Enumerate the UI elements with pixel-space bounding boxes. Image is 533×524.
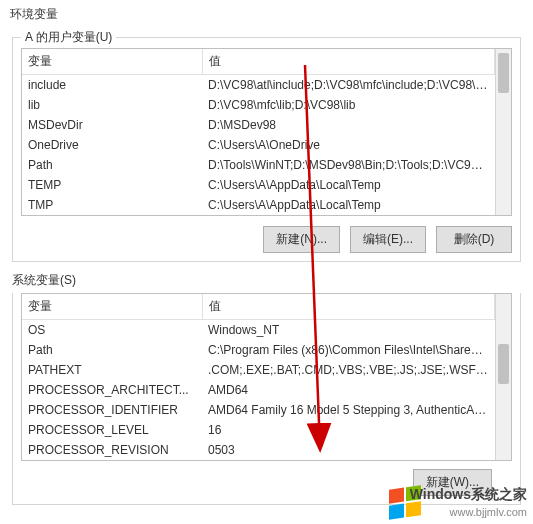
table-row[interactable]: libD:\VC98\mfc\lib;D:\VC98\lib: [22, 95, 495, 115]
scrollbar-thumb[interactable]: [498, 53, 509, 93]
col-header-name[interactable]: 变量: [22, 49, 202, 75]
user-vars-table-container: 变量 值 includeD:\VC98\atl\include;D:\VC98\…: [21, 48, 512, 216]
svg-rect-4: [389, 504, 404, 520]
table-row[interactable]: OneDriveC:\Users\A\OneDrive: [22, 135, 495, 155]
svg-rect-2: [389, 488, 404, 504]
watermark-brand: Windows系统之家: [410, 486, 527, 504]
watermark-url: www.bjjmlv.com: [450, 506, 527, 518]
scrollbar-thumb[interactable]: [498, 344, 509, 384]
table-row[interactable]: MSDevDirD:\MSDev98: [22, 115, 495, 135]
table-row[interactable]: PROCESSOR_IDENTIFIERAMD64 Family 16 Mode…: [22, 400, 495, 420]
delete-user-var-button[interactable]: 删除(D): [436, 226, 512, 253]
user-vars-scrollbar[interactable]: [495, 49, 511, 215]
table-row[interactable]: OSWindows_NT: [22, 320, 495, 341]
user-vars-button-row: 新建(N)... 编辑(E)... 删除(D): [21, 226, 512, 253]
table-row[interactable]: TEMPC:\Users\A\AppData\Local\Temp: [22, 175, 495, 195]
system-vars-scrollbar[interactable]: [495, 294, 511, 460]
system-vars-table-container: 变量 值 OSWindows_NT PathC:\Program Files (…: [21, 293, 512, 461]
edit-user-var-button[interactable]: 编辑(E)...: [350, 226, 426, 253]
dialog-title: 环境变量: [0, 0, 533, 29]
table-row[interactable]: PROCESSOR_LEVEL16: [22, 420, 495, 440]
table-row[interactable]: PathD:\Tools\WinNT;D:\MSDev98\Bin;D:\Too…: [22, 155, 495, 175]
table-row[interactable]: PathC:\Program Files (x86)\Common Files\…: [22, 340, 495, 360]
user-vars-group-label: A 的用户变量(U): [21, 29, 116, 46]
col-header-value[interactable]: 值: [202, 294, 495, 320]
user-vars-table[interactable]: 变量 值 includeD:\VC98\atl\include;D:\VC98\…: [22, 49, 495, 215]
system-vars-label: 系统变量(S): [12, 272, 521, 289]
col-header-value[interactable]: 值: [202, 49, 495, 75]
system-vars-table[interactable]: 变量 值 OSWindows_NT PathC:\Program Files (…: [22, 294, 495, 460]
table-row[interactable]: TMPC:\Users\A\AppData\Local\Temp: [22, 195, 495, 215]
table-row[interactable]: PROCESSOR_ARCHITECT...AMD64: [22, 380, 495, 400]
table-row[interactable]: PROCESSOR_REVISION0503: [22, 440, 495, 460]
user-vars-group: A 的用户变量(U) 变量 值 includeD:\VC98\atl\inclu…: [12, 37, 521, 262]
new-user-var-button[interactable]: 新建(N)...: [263, 226, 340, 253]
table-row[interactable]: includeD:\VC98\atl\include;D:\VC98\mfc\i…: [22, 75, 495, 96]
col-header-name[interactable]: 变量: [22, 294, 202, 320]
system-vars-group: 变量 值 OSWindows_NT PathC:\Program Files (…: [12, 293, 521, 505]
table-row[interactable]: PATHEXT.COM;.EXE;.BAT;.CMD;.VBS;.VBE;.JS…: [22, 360, 495, 380]
